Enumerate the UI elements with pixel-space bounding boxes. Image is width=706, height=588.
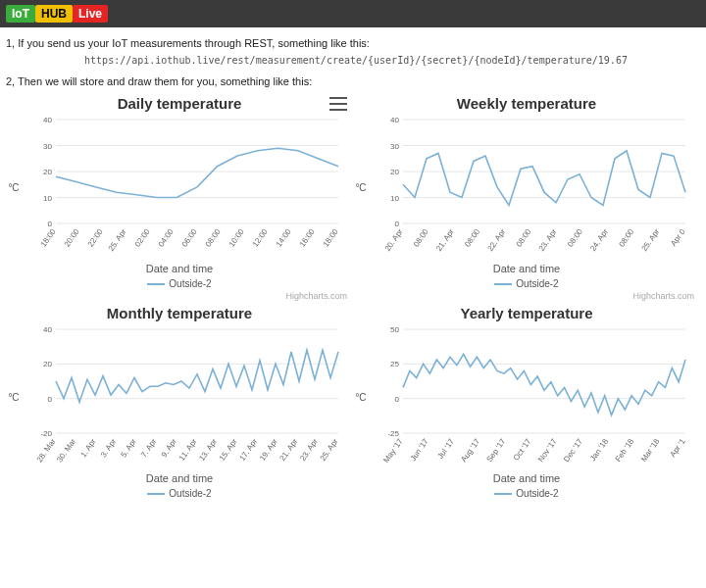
svg-text:Apr '1: Apr '1 bbox=[668, 437, 687, 460]
x-axis-label: Date and time bbox=[353, 472, 700, 484]
chart-plot: 01020304018:0020:0022:0025. Apr02:0004:0… bbox=[22, 114, 353, 261]
svg-text:0: 0 bbox=[395, 395, 400, 404]
svg-text:02:00: 02:00 bbox=[133, 227, 152, 249]
svg-text:08:00: 08:00 bbox=[515, 227, 533, 249]
svg-text:14:00: 14:00 bbox=[275, 227, 293, 249]
svg-text:28. Mar: 28. Mar bbox=[35, 437, 58, 465]
svg-text:23. Apr: 23. Apr bbox=[537, 227, 559, 253]
legend-label: Outside-2 bbox=[169, 278, 211, 289]
svg-text:Mar '18: Mar '18 bbox=[639, 437, 662, 464]
series-line bbox=[56, 148, 338, 197]
svg-text:-25: -25 bbox=[387, 429, 399, 438]
logo-pill-iot: IoT bbox=[6, 5, 35, 23]
chart-plot: -2502550May '17Jun '17Jul '17Aug '17Sep … bbox=[369, 323, 700, 470]
chart-plot: -200204028. Mar30. Mar1. Apr3. Apr5. Apr… bbox=[22, 323, 353, 470]
svg-text:Jun '17: Jun '17 bbox=[409, 437, 430, 464]
intro-line-1: 1, If you send us your IoT measurements … bbox=[6, 37, 706, 49]
chart-menu-icon[interactable] bbox=[329, 97, 347, 111]
svg-text:24. Apr: 24. Apr bbox=[588, 227, 610, 253]
legend: Outside-2 bbox=[353, 278, 700, 289]
svg-text:30: 30 bbox=[390, 142, 399, 151]
svg-text:40: 40 bbox=[43, 116, 52, 124]
svg-text:08:00: 08:00 bbox=[204, 227, 223, 249]
svg-text:04:00: 04:00 bbox=[157, 227, 176, 249]
logo-pill-live: Live bbox=[73, 5, 108, 23]
svg-text:50: 50 bbox=[390, 325, 399, 334]
chart-weekly: Weekly temperature°C01020304020. Apr08:0… bbox=[353, 91, 700, 301]
legend: Outside-2 bbox=[6, 488, 353, 499]
intro-code: https://api.iothub.live/rest/measurement… bbox=[6, 55, 706, 66]
svg-text:Feb '18: Feb '18 bbox=[614, 437, 636, 464]
svg-text:5. Apr: 5. Apr bbox=[120, 437, 139, 460]
legend-swatch bbox=[147, 493, 165, 495]
svg-text:25. Apr: 25. Apr bbox=[640, 227, 662, 253]
svg-text:30. Mar: 30. Mar bbox=[55, 437, 77, 465]
svg-text:20: 20 bbox=[43, 168, 52, 176]
svg-text:1. Apr: 1. Apr bbox=[78, 437, 98, 460]
svg-text:23. Apr: 23. Apr bbox=[298, 437, 320, 463]
chart-title: Monthly temperature bbox=[6, 305, 353, 321]
y-axis-label: °C bbox=[353, 392, 369, 403]
svg-text:Dec '17: Dec '17 bbox=[562, 437, 584, 465]
svg-text:11. Apr: 11. Apr bbox=[177, 437, 199, 463]
chart-title: Weekly temperature bbox=[353, 95, 700, 112]
svg-text:17. Apr: 17. Apr bbox=[237, 437, 259, 463]
chart-credit[interactable]: Highcharts.com bbox=[353, 291, 700, 301]
svg-text:Jul '17: Jul '17 bbox=[436, 437, 457, 461]
logo-pill-hub: HUB bbox=[35, 5, 73, 23]
intro-line-2: 2, Then we will store and draw them for … bbox=[6, 75, 706, 87]
svg-text:25: 25 bbox=[390, 360, 399, 368]
svg-text:20. Apr: 20. Apr bbox=[383, 227, 405, 253]
svg-text:10: 10 bbox=[390, 194, 399, 203]
svg-text:08:00: 08:00 bbox=[412, 227, 430, 249]
chart-yearly: Yearly temperature°C-2502550May '17Jun '… bbox=[353, 301, 700, 499]
svg-text:25. Apr: 25. Apr bbox=[319, 437, 340, 463]
legend-swatch bbox=[494, 283, 512, 285]
svg-text:08:00: 08:00 bbox=[463, 227, 481, 249]
chart-title: Daily temperature bbox=[6, 95, 353, 112]
svg-text:15. Apr: 15. Apr bbox=[218, 437, 239, 463]
chart-title: Yearly temperature bbox=[353, 305, 700, 321]
svg-text:16:00: 16:00 bbox=[298, 227, 317, 249]
svg-text:08:00: 08:00 bbox=[566, 227, 584, 249]
chart-monthly: Monthly temperature°C-200204028. Mar30. … bbox=[6, 301, 353, 499]
y-axis-label: °C bbox=[6, 392, 22, 403]
legend-label: Outside-2 bbox=[169, 488, 211, 499]
legend: Outside-2 bbox=[6, 278, 353, 289]
svg-text:-20: -20 bbox=[40, 429, 52, 438]
svg-text:9. Apr: 9. Apr bbox=[160, 437, 179, 460]
y-axis-label: °C bbox=[6, 182, 22, 193]
svg-text:21. Apr: 21. Apr bbox=[278, 437, 300, 463]
chart-credit[interactable]: Highcharts.com bbox=[6, 291, 353, 301]
y-axis-label: °C bbox=[353, 182, 369, 193]
x-axis-label: Date and time bbox=[353, 263, 700, 274]
svg-text:06:00: 06:00 bbox=[180, 227, 199, 249]
svg-text:Sep '17: Sep '17 bbox=[485, 437, 508, 465]
svg-text:Apr 0: Apr 0 bbox=[669, 227, 687, 248]
series-line bbox=[56, 350, 338, 402]
legend-swatch bbox=[494, 493, 512, 495]
svg-text:0: 0 bbox=[48, 220, 53, 228]
svg-text:Nov '17: Nov '17 bbox=[536, 437, 559, 465]
x-axis-label: Date and time bbox=[6, 263, 353, 274]
svg-text:13. Apr: 13. Apr bbox=[197, 437, 219, 463]
svg-text:12:00: 12:00 bbox=[251, 227, 270, 249]
svg-text:22. Apr: 22. Apr bbox=[485, 227, 507, 253]
legend-label: Outside-2 bbox=[516, 278, 558, 289]
top-bar: IoT HUB Live bbox=[0, 0, 706, 27]
legend: Outside-2 bbox=[353, 488, 700, 499]
svg-text:40: 40 bbox=[390, 116, 399, 124]
svg-text:Jan '18: Jan '18 bbox=[588, 437, 610, 464]
svg-text:21. Apr: 21. Apr bbox=[434, 227, 456, 253]
svg-text:18:00: 18:00 bbox=[322, 227, 340, 249]
svg-text:Aug '17: Aug '17 bbox=[459, 437, 481, 465]
svg-text:25. Apr: 25. Apr bbox=[107, 227, 128, 253]
svg-text:08:00: 08:00 bbox=[617, 227, 635, 249]
svg-text:22:00: 22:00 bbox=[86, 227, 105, 249]
svg-text:19. Apr: 19. Apr bbox=[258, 437, 279, 463]
svg-text:3. Apr: 3. Apr bbox=[99, 437, 119, 460]
legend-swatch bbox=[147, 283, 165, 285]
svg-text:Oct '17: Oct '17 bbox=[512, 437, 533, 463]
svg-text:10:00: 10:00 bbox=[227, 227, 246, 249]
charts-grid: Daily temperature°C01020304018:0020:0022… bbox=[0, 91, 706, 499]
